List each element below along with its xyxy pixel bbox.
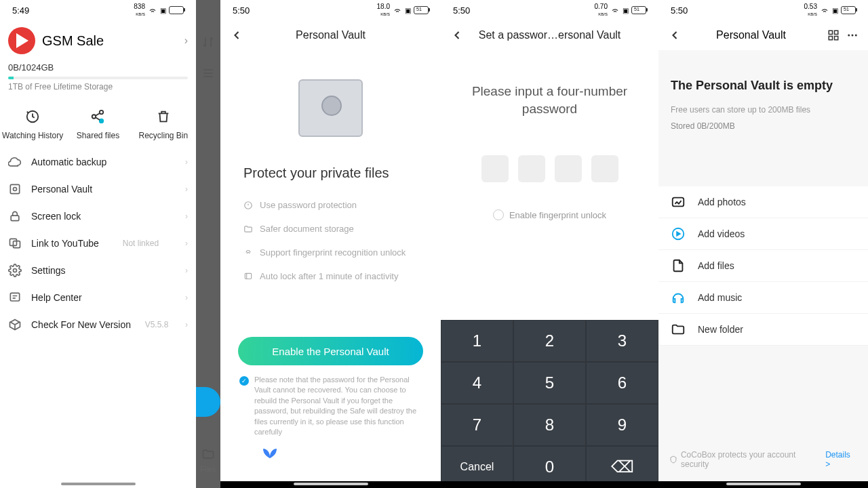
status-bar: 5:50 18.0KB/S ▣ 51: [220, 0, 441, 20]
vault-heading: Protect your private files: [220, 165, 441, 181]
svg-rect-10: [10, 293, 19, 301]
numeric-keypad: 1 2 3 4 5 6 7 8 9 Cancel 0 ⌫: [441, 320, 658, 488]
svg-rect-15: [829, 37, 832, 40]
account-header[interactable]: GSM Sale ›: [0, 20, 196, 62]
pin-digit: [591, 155, 618, 182]
key-4[interactable]: 4: [441, 362, 513, 404]
key-7[interactable]: 7: [441, 404, 513, 446]
add-photos-button[interactable]: Add photos: [658, 186, 868, 218]
add-files-button[interactable]: Add files: [658, 250, 868, 282]
warning-note: ✓ Please note that the password for the …: [220, 375, 441, 437]
key-9[interactable]: 9: [586, 404, 658, 446]
app-logo-icon: [8, 27, 35, 54]
new-folder-button[interactable]: New folder: [658, 314, 868, 346]
clock: 5:50: [233, 5, 250, 16]
svg-rect-20: [673, 198, 684, 207]
svg-point-1: [100, 110, 104, 115]
quick-actions: Watching History Shared files Recycling …: [0, 100, 196, 148]
key-1[interactable]: 1: [441, 320, 513, 362]
list-icon: [201, 66, 215, 80]
svg-rect-14: [835, 30, 838, 34]
enable-vault-button[interactable]: Enable the Personal Vault: [238, 337, 423, 365]
key-8[interactable]: 8: [513, 404, 586, 446]
fingerprint-toggle[interactable]: Enable fingerprint unlock: [441, 209, 658, 220]
home-indicator[interactable]: [726, 483, 801, 485]
password-prompt: Please input a four-number password: [441, 50, 658, 117]
pin-digit: [518, 155, 545, 182]
key-2[interactable]: 2: [513, 320, 586, 362]
storage-bar: [8, 77, 188, 79]
menu-screen-lock[interactable]: Screen lock›: [8, 203, 188, 230]
back-button[interactable]: [668, 28, 682, 42]
back-button[interactable]: [450, 28, 464, 42]
menu-settings[interactable]: Settings›: [8, 257, 188, 284]
grid-view-icon[interactable]: [827, 29, 840, 41]
recycling-bin-button[interactable]: Recycling Bin: [131, 109, 196, 140]
page-title: Personal Vault: [682, 29, 821, 41]
pin-input: [441, 155, 658, 182]
svg-rect-6: [11, 216, 19, 221]
account-name: GSM Sale: [42, 33, 178, 49]
svg-rect-13: [829, 30, 832, 34]
folder-icon: [201, 447, 215, 461]
key-6[interactable]: 6: [586, 362, 658, 404]
svg-rect-4: [10, 184, 19, 193]
menu-check-version[interactable]: Check For New Version V5.5.8›: [8, 311, 188, 338]
svg-point-17: [848, 35, 850, 37]
clock: 5:50: [453, 5, 470, 16]
feature-item: Safer document storage: [243, 224, 418, 234]
add-music-button[interactable]: Add music: [658, 282, 868, 314]
svg-point-5: [14, 188, 17, 191]
details-link[interactable]: Details >: [825, 450, 857, 469]
empty-state-subtitle: Free users can store up to 200MB files: [658, 105, 868, 115]
pin-digit: [481, 155, 509, 182]
svg-rect-12: [245, 273, 251, 279]
add-videos-button[interactable]: Add videos: [658, 218, 868, 250]
empty-state-title: The Personal Vault is empty: [658, 52, 868, 100]
status-bar: 5:50 0.70KB/S ▣ 51: [441, 0, 658, 20]
pin-digit: [555, 155, 582, 182]
feature-item: Use password protection: [243, 200, 418, 210]
back-button[interactable]: [230, 28, 243, 42]
storage-indicator[interactable]: 0B/1024GB 1TB of Free Lifetime Storage: [0, 62, 196, 100]
watching-history-button[interactable]: Watching History: [0, 109, 65, 140]
security-notice: CoCoBox protects your account security: [669, 450, 825, 469]
settings-menu: Automatic backup› Personal Vault› Screen…: [0, 148, 196, 338]
sort-icon: [201, 35, 215, 49]
menu-personal-vault[interactable]: Personal Vault›: [8, 176, 188, 203]
page-title: Set a passwor…ersonal Vault: [464, 29, 635, 41]
clock: 5:50: [671, 5, 688, 16]
radio-icon: [493, 209, 504, 220]
dimmed-background-panel[interactable]: Files: [196, 0, 220, 488]
status-bar: 5:50 0.53KB/S ▣ 51: [658, 0, 868, 20]
svg-point-18: [852, 35, 854, 37]
status-icons: 838KB/S ▣: [134, 3, 184, 17]
vault-illustration: [220, 50, 441, 165]
menu-automatic-backup[interactable]: Automatic backup›: [8, 148, 188, 176]
storage-usage: 0B/1024GB: [8, 62, 188, 73]
check-icon: ✓: [239, 376, 249, 386]
feature-list: Use password protection Safer document s…: [220, 200, 441, 281]
feature-item: Support fingerprint recognition unlock: [243, 247, 418, 258]
page-title: Personal Vault: [243, 29, 418, 41]
key-5[interactable]: 5: [513, 362, 586, 404]
home-indicator[interactable]: [294, 483, 368, 485]
menu-help-center[interactable]: Help Center›: [8, 284, 188, 311]
status-bar: 5:49 838KB/S ▣: [0, 0, 196, 20]
feature-item: Auto lock after 1 minute of inactivity: [243, 271, 418, 281]
files-tab-label: Files: [200, 465, 216, 473]
key-3[interactable]: 3: [586, 320, 658, 362]
svg-point-9: [14, 269, 17, 272]
menu-link-youtube[interactable]: Link to YouTube Not linked›: [8, 230, 188, 257]
storage-stored: Stored 0B/200MB: [658, 115, 868, 131]
clock: 5:49: [12, 5, 29, 16]
svg-rect-16: [835, 37, 838, 40]
storage-subtitle: 1TB of Free Lifetime Storage: [8, 82, 188, 92]
svg-point-2: [92, 115, 96, 119]
home-indicator[interactable]: [61, 483, 136, 485]
chevron-right-icon: ›: [184, 35, 188, 47]
shared-files-button[interactable]: Shared files: [65, 109, 130, 140]
more-icon[interactable]: [846, 29, 859, 41]
svg-point-3: [100, 119, 104, 123]
svg-point-19: [855, 35, 857, 37]
